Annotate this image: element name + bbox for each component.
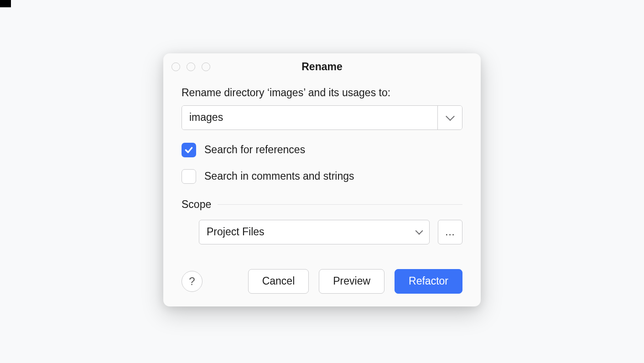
dialog-title: Rename [171,61,473,73]
search-comments-row[interactable]: Search in comments and strings [182,169,462,184]
scope-divider [218,204,462,205]
scope-edit-button[interactable]: ... [438,220,462,244]
name-input-combo [182,105,462,130]
refactor-button[interactable]: Refactor [395,269,462,294]
close-window-button[interactable] [171,62,180,71]
dialog-titlebar: Rename [163,53,481,78]
cancel-button[interactable]: Cancel [248,269,309,294]
preview-button[interactable]: Preview [319,269,384,294]
rename-dialog: Rename Rename directory ‘images’ and its… [163,53,481,306]
search-references-checkbox[interactable] [182,143,196,157]
scope-header: Scope [182,198,462,211]
search-comments-checkbox[interactable] [182,169,196,184]
search-references-row[interactable]: Search for references [182,143,462,157]
name-history-dropdown-toggle[interactable] [437,106,462,130]
dialog-footer: ? Cancel Preview Refactor [182,269,462,294]
name-input[interactable] [182,106,437,130]
chevron-down-icon [415,227,423,234]
rename-prompt-label: Rename directory ‘images’ and its usages… [182,87,462,99]
scope-controls: Project Files ... [182,220,462,244]
window-controls [171,62,210,71]
chevron-down-icon [446,112,455,121]
check-icon [184,145,193,155]
scope-select[interactable]: Project Files [199,220,430,244]
zoom-window-button[interactable] [202,62,210,71]
minimize-window-button[interactable] [187,62,195,71]
scope-label: Scope [182,198,211,211]
help-button[interactable]: ? [182,271,203,292]
corner-mark [0,0,11,7]
dialog-content: Rename directory ‘images’ and its usages… [163,78,481,306]
search-comments-label: Search in comments and strings [204,170,354,182]
search-references-label: Search for references [204,144,305,156]
scope-select-value: Project Files [207,226,265,238]
